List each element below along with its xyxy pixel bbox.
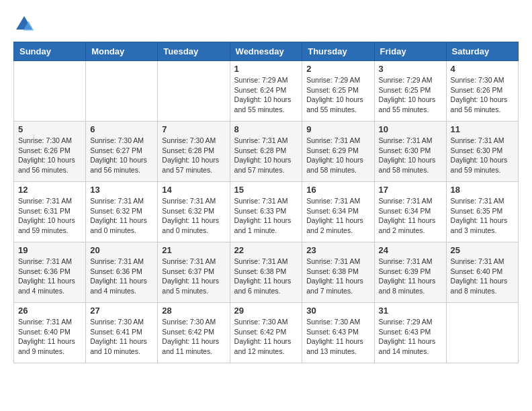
day-info: Sunrise: 7:30 AMSunset: 6:43 PMDaylight:… [306, 317, 369, 357]
calendar-cell: 31Sunrise: 7:29 AMSunset: 6:43 PMDayligh… [374, 303, 446, 363]
calendar-cell [14, 61, 86, 122]
day-number: 15 [234, 185, 298, 195]
calendar-week-row: 26Sunrise: 7:31 AMSunset: 6:40 PMDayligh… [14, 303, 519, 363]
day-info: Sunrise: 7:31 AMSunset: 6:32 PMDaylight:… [90, 196, 153, 236]
day-number: 27 [90, 306, 153, 316]
calendar-cell: 26Sunrise: 7:31 AMSunset: 6:40 PMDayligh… [14, 303, 86, 363]
calendar-cell: 11Sunrise: 7:31 AMSunset: 6:30 PMDayligh… [446, 122, 518, 182]
day-header-sunday: Sunday [14, 42, 86, 61]
day-header-saturday: Saturday [446, 42, 518, 61]
day-info: Sunrise: 7:31 AMSunset: 6:28 PMDaylight:… [234, 136, 298, 175]
day-info: Sunrise: 7:31 AMSunset: 6:36 PMDaylight:… [90, 257, 153, 296]
day-number: 18 [451, 185, 514, 195]
day-number: 6 [90, 124, 153, 134]
day-number: 2 [306, 64, 369, 74]
calendar-cell: 23Sunrise: 7:31 AMSunset: 6:38 PMDayligh… [302, 242, 374, 303]
day-number: 13 [90, 185, 153, 195]
calendar-cell: 13Sunrise: 7:31 AMSunset: 6:32 PMDayligh… [86, 182, 158, 242]
calendar-cell: 19Sunrise: 7:31 AMSunset: 6:36 PMDayligh… [14, 242, 86, 303]
calendar-cell: 21Sunrise: 7:31 AMSunset: 6:37 PMDayligh… [158, 242, 230, 303]
calendar-cell: 2Sunrise: 7:29 AMSunset: 6:25 PMDaylight… [302, 61, 374, 122]
day-number: 7 [162, 124, 225, 134]
day-info: Sunrise: 7:31 AMSunset: 6:35 PMDaylight:… [451, 196, 514, 236]
calendar-cell [158, 61, 230, 122]
day-info: Sunrise: 7:31 AMSunset: 6:33 PMDaylight:… [234, 196, 298, 236]
day-info: Sunrise: 7:31 AMSunset: 6:38 PMDaylight:… [306, 257, 369, 296]
calendar-cell: 20Sunrise: 7:31 AMSunset: 6:36 PMDayligh… [86, 242, 158, 303]
calendar-cell: 30Sunrise: 7:30 AMSunset: 6:43 PMDayligh… [302, 303, 374, 363]
calendar-cell [86, 61, 158, 122]
day-number: 24 [379, 245, 442, 255]
day-info: Sunrise: 7:31 AMSunset: 6:29 PMDaylight:… [306, 136, 369, 175]
calendar-cell: 10Sunrise: 7:31 AMSunset: 6:30 PMDayligh… [374, 122, 446, 182]
calendar-table: SundayMondayTuesdayWednesdayThursdayFrid… [13, 42, 519, 363]
calendar-cell: 22Sunrise: 7:31 AMSunset: 6:38 PMDayligh… [230, 242, 302, 303]
day-header-wednesday: Wednesday [230, 42, 302, 61]
day-info: Sunrise: 7:31 AMSunset: 6:40 PMDaylight:… [18, 317, 81, 357]
day-number: 9 [306, 124, 369, 134]
day-number: 17 [379, 185, 442, 195]
calendar-cell: 29Sunrise: 7:30 AMSunset: 6:42 PMDayligh… [230, 303, 302, 363]
day-number: 25 [451, 245, 514, 255]
day-info: Sunrise: 7:29 AMSunset: 6:25 PMDaylight:… [306, 75, 369, 115]
calendar-cell: 16Sunrise: 7:31 AMSunset: 6:34 PMDayligh… [302, 182, 374, 242]
calendar-cell: 5Sunrise: 7:30 AMSunset: 6:26 PMDaylight… [14, 122, 86, 182]
page-header [13, 13, 519, 35]
day-info: Sunrise: 7:31 AMSunset: 6:38 PMDaylight:… [234, 257, 298, 296]
day-info: Sunrise: 7:30 AMSunset: 6:26 PMDaylight:… [451, 75, 514, 115]
day-info: Sunrise: 7:31 AMSunset: 6:39 PMDaylight:… [379, 257, 442, 296]
day-info: Sunrise: 7:30 AMSunset: 6:41 PMDaylight:… [90, 317, 153, 357]
day-info: Sunrise: 7:31 AMSunset: 6:30 PMDaylight:… [451, 136, 514, 175]
calendar-cell: 25Sunrise: 7:31 AMSunset: 6:40 PMDayligh… [446, 242, 518, 303]
calendar-cell: 24Sunrise: 7:31 AMSunset: 6:39 PMDayligh… [374, 242, 446, 303]
day-info: Sunrise: 7:31 AMSunset: 6:34 PMDaylight:… [379, 196, 442, 236]
day-info: Sunrise: 7:30 AMSunset: 6:28 PMDaylight:… [162, 136, 225, 175]
day-info: Sunrise: 7:31 AMSunset: 6:32 PMDaylight:… [162, 196, 225, 236]
calendar-cell: 15Sunrise: 7:31 AMSunset: 6:33 PMDayligh… [230, 182, 302, 242]
calendar-cell [446, 303, 518, 363]
day-info: Sunrise: 7:29 AMSunset: 6:43 PMDaylight:… [379, 317, 442, 357]
day-number: 23 [306, 245, 369, 255]
calendar-cell: 18Sunrise: 7:31 AMSunset: 6:35 PMDayligh… [446, 182, 518, 242]
calendar-cell: 27Sunrise: 7:30 AMSunset: 6:41 PMDayligh… [86, 303, 158, 363]
calendar-cell: 1Sunrise: 7:29 AMSunset: 6:24 PMDaylight… [230, 61, 302, 122]
day-info: Sunrise: 7:30 AMSunset: 6:42 PMDaylight:… [162, 317, 225, 357]
day-number: 22 [234, 245, 298, 255]
day-header-thursday: Thursday [302, 42, 374, 61]
day-number: 20 [90, 245, 153, 255]
calendar-cell: 28Sunrise: 7:30 AMSunset: 6:42 PMDayligh… [158, 303, 230, 363]
calendar-week-row: 19Sunrise: 7:31 AMSunset: 6:36 PMDayligh… [14, 242, 519, 303]
day-number: 1 [234, 64, 298, 74]
day-info: Sunrise: 7:29 AMSunset: 6:24 PMDaylight:… [234, 75, 298, 115]
day-number: 19 [18, 245, 81, 255]
calendar-cell: 6Sunrise: 7:30 AMSunset: 6:27 PMDaylight… [86, 122, 158, 182]
day-header-tuesday: Tuesday [158, 42, 230, 61]
calendar-cell: 12Sunrise: 7:31 AMSunset: 6:31 PMDayligh… [14, 182, 86, 242]
day-number: 31 [379, 306, 442, 316]
calendar-cell: 4Sunrise: 7:30 AMSunset: 6:26 PMDaylight… [446, 61, 518, 122]
day-number: 16 [306, 185, 369, 195]
calendar-week-row: 12Sunrise: 7:31 AMSunset: 6:31 PMDayligh… [14, 182, 519, 242]
day-number: 21 [162, 245, 225, 255]
day-header-monday: Monday [86, 42, 158, 61]
calendar-week-row: 1Sunrise: 7:29 AMSunset: 6:24 PMDaylight… [14, 61, 519, 122]
day-number: 5 [18, 124, 81, 134]
day-number: 4 [451, 64, 514, 74]
calendar-cell: 17Sunrise: 7:31 AMSunset: 6:34 PMDayligh… [374, 182, 446, 242]
day-info: Sunrise: 7:31 AMSunset: 6:40 PMDaylight:… [451, 257, 514, 296]
day-info: Sunrise: 7:30 AMSunset: 6:27 PMDaylight:… [90, 136, 153, 175]
calendar-week-row: 5Sunrise: 7:30 AMSunset: 6:26 PMDaylight… [14, 122, 519, 182]
day-info: Sunrise: 7:31 AMSunset: 6:31 PMDaylight:… [18, 196, 81, 236]
day-info: Sunrise: 7:30 AMSunset: 6:26 PMDaylight:… [18, 136, 81, 175]
days-header-row: SundayMondayTuesdayWednesdayThursdayFrid… [14, 42, 519, 61]
calendar-cell: 3Sunrise: 7:29 AMSunset: 6:25 PMDaylight… [374, 61, 446, 122]
day-info: Sunrise: 7:31 AMSunset: 6:37 PMDaylight:… [162, 257, 225, 296]
calendar-cell: 8Sunrise: 7:31 AMSunset: 6:28 PMDaylight… [230, 122, 302, 182]
day-number: 10 [379, 124, 442, 134]
calendar-cell: 14Sunrise: 7:31 AMSunset: 6:32 PMDayligh… [158, 182, 230, 242]
day-info: Sunrise: 7:31 AMSunset: 6:30 PMDaylight:… [379, 136, 442, 175]
day-info: Sunrise: 7:31 AMSunset: 6:34 PMDaylight:… [306, 196, 369, 236]
day-number: 14 [162, 185, 225, 195]
day-info: Sunrise: 7:29 AMSunset: 6:25 PMDaylight:… [379, 75, 442, 115]
day-info: Sunrise: 7:30 AMSunset: 6:42 PMDaylight:… [234, 317, 298, 357]
